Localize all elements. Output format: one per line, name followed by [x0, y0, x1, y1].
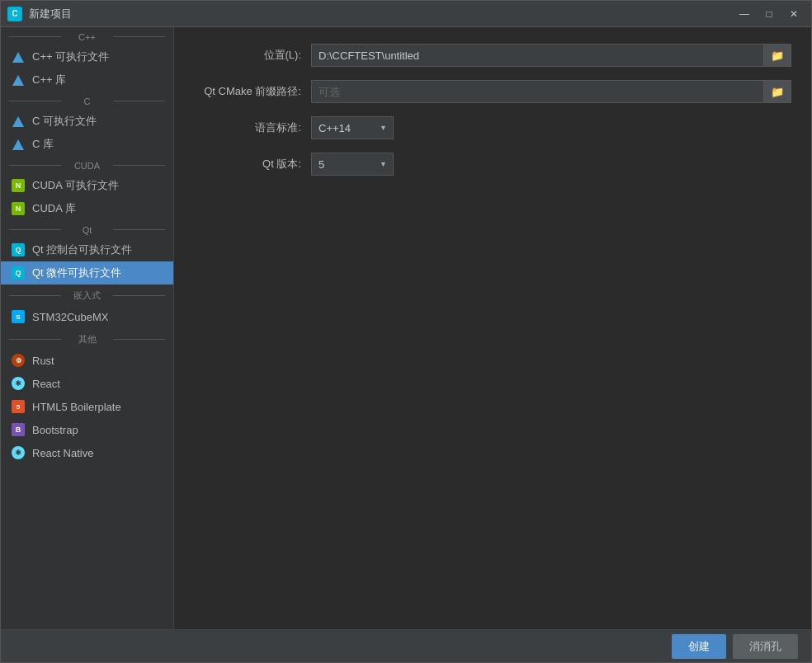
title-bar: C 新建项目 — □ ✕	[1, 1, 811, 27]
qt-version-label: Qt 版本:	[194, 157, 301, 172]
window-title: 新建项目	[29, 7, 734, 21]
html5-icon: 5	[11, 399, 26, 414]
sidebar-item-cpp-exec[interactable]: C++ 可执行文件	[1, 45, 173, 68]
cmake-prefix-input[interactable]	[311, 80, 763, 103]
rust-icon: ⚙	[11, 353, 26, 368]
sidebar-item-cpp-lib[interactable]: C++ 库	[1, 68, 173, 92]
cuda-exec-icon: N	[11, 178, 26, 193]
minimize-button[interactable]: —	[734, 5, 755, 23]
content-area: C++ C++ 可执行文件 C++ 库 C C 可执行文件	[1, 27, 811, 629]
sidebar-item-html5[interactable]: 5 HTML5 Boilerplate	[1, 395, 173, 418]
sidebar-item-qt-console[interactable]: Q Qt 控制台可执行文件	[1, 238, 173, 261]
qt-widget-icon: Q	[11, 266, 26, 280]
location-row: 位置(L): 📁	[194, 44, 791, 67]
section-header-other: 其他	[1, 328, 173, 349]
section-header-embedded: 嵌入式	[1, 284, 173, 305]
create-button[interactable]: 创建	[672, 634, 726, 659]
qt-version-row: Qt 版本: 5 6 4	[194, 153, 791, 176]
bottom-bar: 创建 消消孔	[1, 629, 811, 662]
qt-version-select[interactable]: 5 6 4	[311, 153, 394, 176]
location-browse-button[interactable]: 📁	[763, 44, 791, 67]
cmake-prefix-input-group: 📁	[311, 80, 791, 103]
react-native-icon: ⚛	[11, 445, 26, 460]
c-exec-icon	[11, 114, 26, 129]
bootstrap-icon: B	[11, 422, 26, 437]
c-lib-icon	[11, 137, 26, 152]
sidebar-item-bootstrap[interactable]: B Bootstrap	[1, 418, 173, 441]
sidebar-item-cuda-lib[interactable]: N CUDA 库	[1, 197, 173, 220]
cmake-prefix-row: Qt CMake 前缀路径: 📁	[194, 80, 791, 103]
qt-console-icon: Q	[11, 242, 26, 257]
stm32-icon: S	[11, 309, 26, 324]
qt-version-select-wrapper: 5 6 4	[311, 153, 394, 176]
cpp-exec-icon	[11, 49, 26, 64]
section-header-cpp: C++	[1, 27, 173, 45]
language-std-label: 语言标准:	[194, 120, 301, 135]
sidebar-item-rust[interactable]: ⚙ Rust	[1, 349, 173, 372]
language-std-select[interactable]: C++14 C++17 C++20 C++11	[311, 116, 394, 139]
section-header-c: C	[1, 92, 173, 110]
cuda-lib-icon: N	[11, 201, 26, 216]
location-input[interactable]	[311, 44, 763, 67]
sidebar-item-stm32[interactable]: S STM32CubeMX	[1, 305, 173, 328]
sidebar-item-qt-widget[interactable]: Q Qt 微件可执行文件	[1, 261, 173, 284]
sidebar-item-cuda-exec[interactable]: N CUDA 可执行文件	[1, 174, 173, 197]
location-input-group: 📁	[311, 44, 791, 67]
language-std-select-wrapper: C++14 C++17 C++20 C++11	[311, 116, 394, 139]
close-button[interactable]: ✕	[783, 5, 805, 23]
sidebar: C++ C++ 可执行文件 C++ 库 C C 可执行文件	[1, 27, 174, 629]
sidebar-item-c-lib[interactable]: C 库	[1, 133, 173, 156]
cmake-prefix-label: Qt CMake 前缀路径:	[194, 84, 301, 99]
section-header-cuda: CUDA	[1, 156, 173, 174]
react-icon: ⚛	[11, 376, 26, 391]
sidebar-item-c-exec[interactable]: C 可执行文件	[1, 110, 173, 133]
app-icon: C	[7, 7, 22, 21]
main-window: C 新建项目 — □ ✕ C++ C++ 可执行文件 C++ 库	[0, 0, 812, 663]
cmake-prefix-browse-button[interactable]: 📁	[763, 80, 791, 103]
section-header-qt: Qt	[1, 220, 173, 238]
cpp-lib-icon	[11, 73, 26, 87]
language-std-row: 语言标准: C++14 C++17 C++20 C++11	[194, 116, 791, 139]
sidebar-item-react-native[interactable]: ⚛ React Native	[1, 441, 173, 464]
location-label: 位置(L):	[194, 48, 301, 63]
cancel-button[interactable]: 消消孔	[733, 634, 798, 659]
window-controls: — □ ✕	[734, 5, 805, 23]
main-panel: 位置(L): 📁 Qt CMake 前缀路径: 📁 语言标准:	[174, 27, 811, 629]
sidebar-item-react[interactable]: ⚛ React	[1, 372, 173, 395]
maximize-button[interactable]: □	[758, 5, 780, 23]
